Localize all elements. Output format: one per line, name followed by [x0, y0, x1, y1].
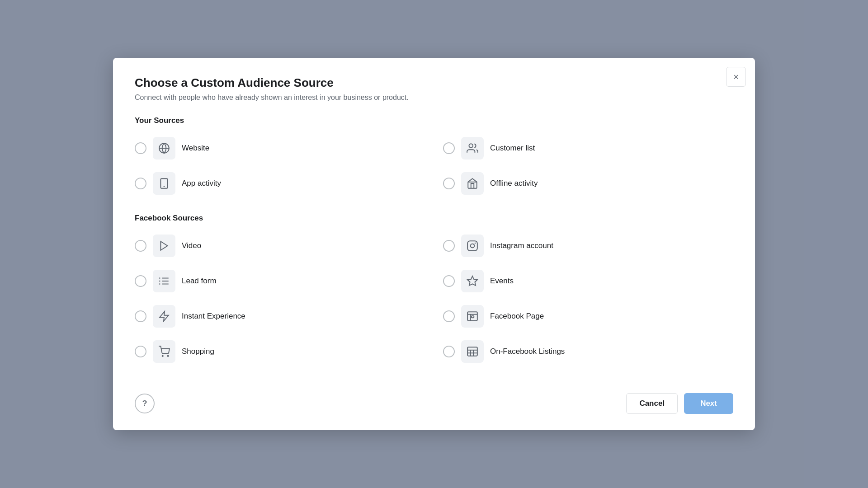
tablet-icon — [158, 178, 170, 189]
your-sources-grid: Website Customer list — [135, 134, 733, 197]
svg-marker-16 — [160, 311, 169, 321]
your-sources-label: Your Sources — [135, 116, 733, 125]
on-facebook-listings-icon-box — [461, 340, 484, 363]
events-icon — [467, 275, 478, 287]
modal-header: Choose a Custom Audience Source Connect … — [135, 76, 733, 102]
shopping-label: Shopping — [182, 347, 214, 356]
store-icon — [467, 178, 478, 189]
option-on-facebook-listings[interactable]: On-Facebook Listings — [443, 338, 733, 366]
facebook-page-label: Facebook Page — [490, 312, 544, 321]
next-button[interactable]: Next — [684, 393, 733, 414]
facebook-sources-grid: Video Instagram account — [135, 232, 733, 366]
list-icon — [158, 275, 170, 287]
on-facebook-listings-label: On-Facebook Listings — [490, 347, 565, 356]
help-button[interactable]: ? — [135, 394, 155, 413]
app-activity-label: App activity — [182, 179, 221, 188]
option-offline-activity[interactable]: Offline activity — [443, 169, 733, 197]
close-button[interactable]: × — [726, 67, 746, 87]
radio-instant-experience[interactable] — [135, 310, 146, 322]
option-app-activity[interactable]: App activity — [135, 169, 425, 197]
instagram-label: Instagram account — [490, 241, 553, 250]
radio-lead-form[interactable] — [135, 275, 146, 287]
customer-list-icon-box — [461, 137, 484, 160]
radio-website[interactable] — [135, 142, 146, 154]
radio-facebook-page[interactable] — [443, 310, 455, 322]
svg-point-21 — [162, 356, 163, 357]
radio-customer-list[interactable] — [443, 142, 455, 154]
modal-backdrop: × Choose a Custom Audience Source Connec… — [0, 0, 868, 488]
app-activity-icon-box — [153, 172, 175, 195]
option-instant-experience[interactable]: Instant Experience — [135, 302, 425, 330]
bolt-icon — [158, 310, 170, 322]
option-shopping[interactable]: Shopping — [135, 338, 425, 366]
events-label: Events — [490, 277, 514, 286]
svg-rect-7 — [467, 241, 477, 251]
offline-activity-icon-box — [461, 172, 484, 195]
option-events[interactable]: Events — [443, 267, 733, 295]
lead-form-label: Lead form — [182, 277, 217, 286]
facebook-page-icon-box — [461, 305, 484, 328]
option-video[interactable]: Video — [135, 232, 425, 260]
custom-audience-modal: × Choose a Custom Audience Source Connec… — [113, 58, 755, 430]
shopping-icon-box — [153, 340, 175, 363]
option-facebook-page[interactable]: Facebook Page — [443, 302, 733, 330]
modal-footer: ? Cancel Next — [135, 382, 733, 414]
svg-rect-23 — [467, 347, 477, 356]
video-icon-box — [153, 235, 175, 257]
radio-instagram[interactable] — [443, 240, 455, 252]
facebook-sources-section: Facebook Sources Video — [135, 214, 733, 366]
events-icon-box — [461, 270, 484, 292]
radio-video[interactable] — [135, 240, 146, 252]
radio-offline-activity[interactable] — [443, 178, 455, 189]
video-label: Video — [182, 241, 201, 250]
shopping-cart-icon — [158, 346, 170, 357]
website-icon-box — [153, 137, 175, 160]
instagram-icon — [467, 240, 478, 252]
option-website[interactable]: Website — [135, 134, 425, 162]
modal-subtitle: Connect with people who have already sho… — [135, 94, 733, 102]
radio-events[interactable] — [443, 275, 455, 287]
svg-point-2 — [469, 144, 473, 148]
facebook-page-icon — [467, 310, 478, 322]
offline-activity-label: Offline activity — [490, 179, 538, 188]
website-label: Website — [182, 144, 209, 153]
footer-actions: Cancel Next — [626, 393, 733, 414]
facebook-sources-label: Facebook Sources — [135, 214, 733, 223]
users-icon — [467, 142, 478, 154]
your-sources-section: Your Sources Website — [135, 116, 733, 197]
customer-list-label: Customer list — [490, 144, 535, 153]
radio-app-activity[interactable] — [135, 178, 146, 189]
cancel-button[interactable]: Cancel — [626, 393, 678, 414]
listings-icon — [467, 346, 478, 357]
instant-experience-icon-box — [153, 305, 175, 328]
instagram-icon-box — [461, 235, 484, 257]
lead-form-icon-box — [153, 270, 175, 292]
option-customer-list[interactable]: Customer list — [443, 134, 733, 162]
svg-marker-6 — [160, 241, 167, 250]
option-lead-form[interactable]: Lead form — [135, 267, 425, 295]
modal-title: Choose a Custom Audience Source — [135, 76, 733, 90]
globe-icon — [158, 142, 170, 154]
svg-rect-20 — [472, 316, 474, 318]
play-icon — [158, 240, 170, 252]
radio-on-facebook-listings[interactable] — [443, 346, 455, 357]
svg-marker-15 — [467, 276, 477, 286]
option-instagram[interactable]: Instagram account — [443, 232, 733, 260]
radio-shopping[interactable] — [135, 346, 146, 357]
instant-experience-label: Instant Experience — [182, 312, 245, 321]
svg-rect-17 — [467, 312, 477, 321]
svg-point-22 — [168, 356, 169, 357]
